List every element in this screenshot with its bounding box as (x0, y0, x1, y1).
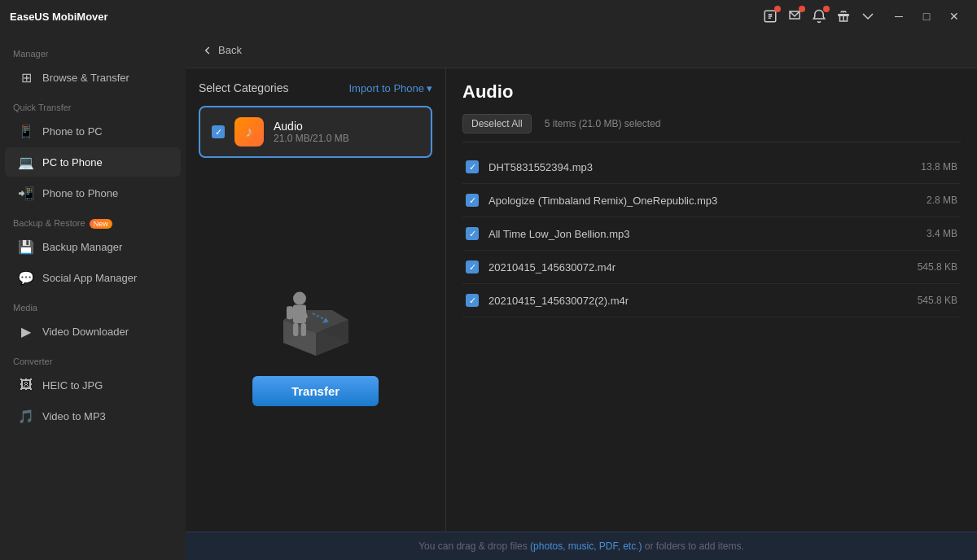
file-name: 20210415_145630072(2).m4r (488, 295, 908, 307)
gift-icon[interactable] (835, 8, 852, 24)
section-label-converter: Converter (0, 347, 186, 370)
file-checkbox[interactable] (466, 194, 479, 207)
maximize-button[interactable]: □ (913, 3, 940, 29)
file-row[interactable]: 20210415_145630072.m4r545.8 KB (462, 251, 961, 284)
file-name: 20210415_145630072.m4r (488, 261, 908, 273)
audio-checkbox[interactable] (212, 125, 225, 138)
file-size: 2.8 MB (927, 195, 957, 206)
sidebar: Manager ⊞ Browse & Transfer Quick Transf… (0, 33, 186, 560)
heic-to-jpg-label: HEIC to JPG (42, 379, 103, 392)
video-downloader-label: Video Downloader (42, 326, 129, 338)
heic-to-jpg-icon: 🖼 (18, 377, 34, 393)
file-checkbox[interactable] (466, 227, 479, 240)
social-app-manager-label: Social App Manager (42, 272, 137, 284)
sidebar-item-phone-to-phone[interactable]: 📲 Phone to Phone (5, 178, 181, 208)
import-to-phone-button[interactable]: Import to Phone ▾ (349, 82, 433, 94)
file-row[interactable]: Apologize (Timbaland Remix)_OneRepublic.… (462, 184, 961, 217)
sidebar-item-video-downloader[interactable]: ▶ Video Downloader (5, 317, 181, 346)
file-list: DHT5831552394.mp313.8 MBApologize (Timba… (462, 151, 961, 518)
back-label: Back (218, 44, 242, 56)
select-categories-title: Select Categories (199, 81, 289, 94)
sidebar-item-social-app-manager[interactable]: 💬 Social App Manager (5, 263, 181, 292)
browse-transfer-label: Browse & Transfer (42, 72, 129, 84)
sidebar-item-backup-manager[interactable]: 💾 Backup Manager (5, 232, 181, 261)
section-label-backup: Backup & Restore New (0, 208, 186, 231)
file-row[interactable]: All Time Low_Jon Bellion.mp33.4 MB (462, 217, 961, 251)
bottom-highlight: (photos, music, PDF, etc.) (530, 540, 642, 552)
back-bar: Back (186, 33, 977, 68)
file-size: 545.8 KB (918, 295, 957, 306)
file-name: Apologize (Timbaland Remix)_OneRepublic.… (488, 195, 917, 207)
file-size: 13.8 MB (921, 161, 957, 173)
section-label-media: Media (0, 293, 186, 316)
notification-icon[interactable] (762, 8, 778, 24)
new-badge: New (90, 219, 112, 229)
titlebar-icon-group (762, 8, 876, 24)
app-title: EaseUS MobiMover (10, 11, 762, 23)
deselect-all-button[interactable]: Deselect All (462, 114, 532, 133)
category-card-audio[interactable]: ♪ Audio 21.0 MB/21.0 MB (199, 106, 432, 158)
video-downloader-icon: ▶ (18, 323, 34, 339)
sidebar-item-pc-to-phone[interactable]: 💻 PC to Phone (5, 147, 181, 177)
social-app-manager-icon: 💬 (18, 269, 34, 286)
message-icon[interactable] (786, 8, 803, 24)
select-categories-header: Select Categories Import to Phone ▾ (199, 81, 432, 94)
file-name: DHT5831552394.mp3 (488, 161, 911, 173)
file-size: 545.8 KB (918, 261, 957, 273)
video-to-mp3-icon: 🎵 (18, 408, 34, 424)
chevron-down-icon: ▾ (427, 82, 432, 94)
sidebar-item-browse-transfer[interactable]: ⊞ Browse & Transfer (5, 63, 181, 92)
browse-transfer-icon: ⊞ (18, 69, 34, 85)
file-name: All Time Low_Jon Bellion.mp3 (488, 228, 917, 240)
titlebar: EaseUS MobiMover ─ □ ✕ (0, 0, 977, 33)
backup-manager-icon: 💾 (18, 238, 34, 255)
main-layout: Manager ⊞ Browse & Transfer Quick Transf… (0, 33, 977, 560)
category-info: Audio 21.0 MB/21.0 MB (274, 120, 419, 144)
svg-point-5 (293, 292, 306, 305)
svg-rect-7 (287, 306, 293, 319)
backup-manager-label: Backup Manager (42, 241, 122, 253)
audio-panel-title: Audio (462, 81, 961, 103)
file-row[interactable]: DHT5831552394.mp313.8 MB (462, 151, 961, 184)
file-checkbox[interactable] (466, 260, 479, 273)
section-label-manager: Manager (0, 39, 186, 62)
phone-to-pc-label: Phone to PC (42, 125, 103, 138)
transfer-button[interactable]: Transfer (252, 376, 379, 406)
file-checkbox[interactable] (466, 160, 479, 173)
transfer-illustration (251, 264, 381, 370)
sidebar-item-phone-to-pc[interactable]: 📱 Phone to PC (5, 116, 181, 146)
files-header: Deselect All 5 items (21.0 MB) selected (462, 114, 961, 142)
selection-info: 5 items (21.0 MB) selected (545, 118, 661, 129)
bell-icon[interactable] (811, 8, 827, 24)
illustration-area: Transfer (199, 168, 432, 518)
category-size: 21.0 MB/21.0 MB (274, 133, 419, 144)
pc-to-phone-icon: 💻 (18, 154, 34, 170)
sidebar-item-video-to-mp3[interactable]: 🎵 Video to MP3 (5, 401, 181, 431)
pc-to-phone-label: PC to Phone (42, 156, 103, 168)
content-inner: Select Categories Import to Phone ▾ ♪ Au… (186, 68, 977, 532)
svg-rect-9 (293, 323, 298, 336)
audio-icon: ♪ (234, 117, 264, 147)
file-size: 3.4 MB (927, 228, 957, 239)
svg-rect-10 (300, 323, 305, 336)
minimize-button[interactable]: ─ (886, 3, 912, 29)
left-panel: Select Categories Import to Phone ▾ ♪ Au… (186, 68, 446, 532)
phone-to-phone-icon: 📲 (18, 185, 34, 201)
content-area: Back Select Categories Import to Phone ▾… (186, 33, 977, 560)
section-label-quick-transfer: Quick Transfer (0, 93, 186, 116)
close-button[interactable]: ✕ (941, 3, 967, 29)
phone-to-pc-icon: 📱 (18, 123, 34, 139)
file-checkbox[interactable] (466, 294, 479, 307)
back-button[interactable]: Back (202, 44, 242, 56)
back-arrow-icon (202, 45, 213, 56)
category-name: Audio (274, 120, 419, 133)
bottom-text-after: or folders to add items. (642, 540, 743, 552)
window-controls: ─ □ ✕ (886, 3, 967, 29)
video-to-mp3-label: Video to MP3 (42, 410, 106, 422)
dropdown-icon[interactable] (860, 8, 876, 24)
phone-to-phone-label: Phone to Phone (42, 187, 118, 199)
bottom-text-before: You can drag & drop files (418, 540, 530, 552)
right-panel: Audio Deselect All 5 items (21.0 MB) sel… (446, 68, 977, 532)
sidebar-item-heic-to-jpg[interactable]: 🖼 HEIC to JPG (5, 370, 181, 400)
file-row[interactable]: 20210415_145630072(2).m4r545.8 KB (462, 284, 961, 317)
